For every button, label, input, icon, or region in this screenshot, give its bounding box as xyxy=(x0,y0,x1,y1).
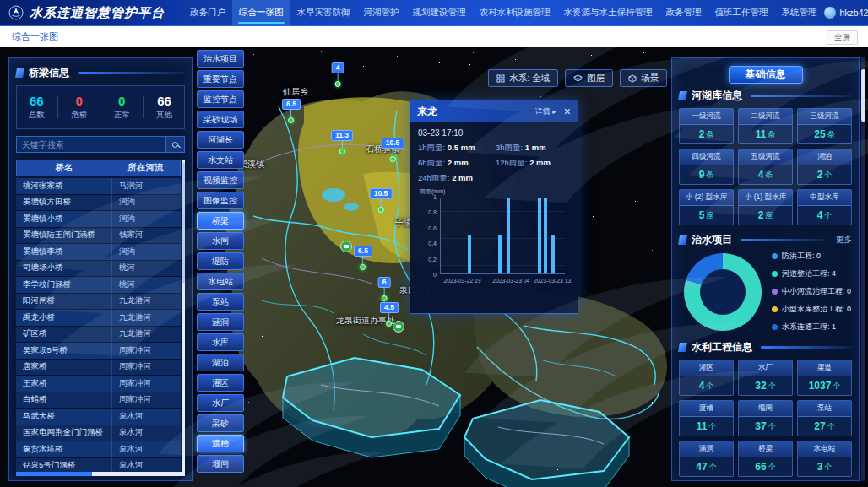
station-marker[interactable]: 6 xyxy=(378,277,391,301)
layer-menu-item-重要节点[interactable]: 重要节点 xyxy=(197,70,244,88)
info-cell-小 (2) 型水库[interactable]: 小 (2) 型水库5座 xyxy=(679,189,734,225)
info-cell-五级河流[interactable]: 五级河流4条 xyxy=(738,149,793,185)
layer-menu-item-监控节点[interactable]: 监控节点 xyxy=(197,90,244,108)
layer-menu-item-渡槽[interactable]: 渡槽 xyxy=(197,435,244,452)
more-link[interactable]: 更多 xyxy=(836,235,852,246)
table-horizontal-scrollbar[interactable] xyxy=(16,472,185,476)
table-row[interactable]: 吴家坝5号桥周家冲河 xyxy=(16,343,181,360)
table-row[interactable]: 禹龙小桥九龙港河 xyxy=(16,310,181,327)
layer-menu-item-泵站[interactable]: 泵站 xyxy=(197,293,244,311)
y-tick-label: 0.6 xyxy=(428,225,437,231)
layer-menu-item-治水项目[interactable]: 治水项目 xyxy=(197,50,244,68)
layer-menu-item-采砂现场[interactable]: 采砂现场 xyxy=(197,111,244,128)
table-row[interactable]: 象贸水塔桥泉水河 xyxy=(16,441,181,458)
scrollbar-thumb[interactable] xyxy=(861,69,865,122)
nav-tab-综合一张图[interactable]: 综合一张图 xyxy=(232,0,290,25)
station-marker[interactable]: 11.3 xyxy=(331,130,353,154)
layer-menu-item-湖泊[interactable]: 湖泊 xyxy=(197,354,244,371)
table-row[interactable]: 唐家桥周家冲河 xyxy=(16,360,181,376)
layer-menu-item-图像监控[interactable]: 图像监控 xyxy=(197,192,244,209)
table-row[interactable]: 白蜡桥周家冲河 xyxy=(16,392,181,409)
rain-bar xyxy=(544,198,547,273)
station-marker[interactable]: 6.5 xyxy=(282,99,301,123)
info-cell-湖泊[interactable]: 湖泊2个 xyxy=(797,149,852,185)
info-cell-渠道[interactable]: 渠道1037个 xyxy=(797,360,852,396)
layer-menu-item-堤防[interactable]: 堤防 xyxy=(197,252,244,270)
info-cell-一级河流[interactable]: 一级河流2条 xyxy=(679,108,734,144)
info-cell-灌区[interactable]: 灌区4个 xyxy=(679,360,734,396)
layer-menu-item-水厂[interactable]: 水厂 xyxy=(197,394,244,412)
layer-menu-item-水文站[interactable]: 水文站 xyxy=(197,151,244,169)
table-row[interactable]: 晏塘镇小桥涧沟 xyxy=(16,211,181,228)
station-marker[interactable]: 10.5 xyxy=(370,188,393,213)
search-icon xyxy=(172,142,178,148)
info-cell-泵站[interactable]: 泵站27个 xyxy=(797,400,852,436)
table-row[interactable]: 马武大桥泉水河 xyxy=(16,409,181,425)
scrollbar-thumb[interactable] xyxy=(182,163,185,283)
info-cell-小 (1) 型水库[interactable]: 小 (1) 型水库2座 xyxy=(738,189,793,225)
scrollbar-thumb[interactable] xyxy=(16,472,92,476)
close-icon[interactable]: × xyxy=(564,106,571,117)
info-cell-二级河流[interactable]: 二级河流11条 xyxy=(738,108,793,144)
table-row[interactable]: 晏塘镇陆王闸门涵桥钱家河 xyxy=(16,228,181,245)
camera-marker-icon[interactable] xyxy=(340,241,352,252)
info-cell-桥梁[interactable]: 桥梁66个 xyxy=(738,441,793,477)
info-cell-水电站[interactable]: 水电站3个 xyxy=(797,441,852,477)
layer-menu-item-河湖长[interactable]: 河湖长 xyxy=(197,131,244,149)
info-cell-渡槽[interactable]: 渡槽11个 xyxy=(679,400,734,436)
nav-tab-值班工作管理[interactable]: 值班工作管理 xyxy=(708,0,775,25)
layer-menu-item-采砂[interactable]: 采砂 xyxy=(197,414,244,432)
nav-tab-水资源与水土保持管理[interactable]: 水资源与水土保持管理 xyxy=(557,0,659,25)
info-cell-水厂[interactable]: 水厂32个 xyxy=(738,360,793,396)
nav-tab-政务管理[interactable]: 政务管理 xyxy=(659,0,708,25)
station-marker[interactable]: 4 xyxy=(332,62,344,87)
layer-menu-item-桥梁[interactable]: 桥梁 xyxy=(197,212,244,230)
table-row[interactable]: 司塘场小桥桃河 xyxy=(16,261,181,278)
camera-marker-icon[interactable] xyxy=(393,321,404,333)
table-row[interactable]: 桃河张家桥马涧河 xyxy=(16,178,181,195)
nav-tab-水旱灾害防御[interactable]: 水旱灾害防御 xyxy=(290,0,357,25)
nav-tab-农村水利设施管理[interactable]: 农村水利设施管理 xyxy=(473,0,557,25)
page-scrollbar[interactable] xyxy=(861,57,865,481)
info-cell-中型水库[interactable]: 中型水库4个 xyxy=(797,189,852,225)
info-cell-堰闸[interactable]: 堰闸37个 xyxy=(738,400,793,436)
station-marker[interactable]: 6.5 xyxy=(354,246,372,270)
table-row[interactable]: 李学校门涵桥桃河 xyxy=(16,277,181,294)
search-button[interactable] xyxy=(166,136,185,153)
y-tick-label: 0.2 xyxy=(428,257,437,262)
table-row[interactable]: 阳河闸桥九龙港河 xyxy=(16,294,181,311)
table-vertical-scrollbar[interactable] xyxy=(182,160,185,475)
table-row[interactable]: 矿区桥九龙港河 xyxy=(16,327,181,344)
layer-menu-item-视频监控[interactable]: 视频监控 xyxy=(197,171,244,189)
water-system-scope-button[interactable]: 水系: 全域 xyxy=(488,69,558,87)
river-cell: 九龙港河 xyxy=(111,310,181,326)
info-cell-三级河流[interactable]: 三级河流25条 xyxy=(797,108,852,144)
river-cell: 涧沟 xyxy=(111,244,181,260)
basic-info-button[interactable]: 基础信息 xyxy=(729,66,803,84)
fullscreen-button[interactable]: 全屏 xyxy=(827,30,858,45)
info-cell-涵洞[interactable]: 涵洞47个 xyxy=(679,441,734,477)
table-row[interactable]: 王家桥周家冲河 xyxy=(16,376,181,392)
layer-menu-item-灌区[interactable]: 灌区 xyxy=(197,374,244,392)
metric-value: 2 mm xyxy=(448,158,469,167)
layer-menu-item-水库[interactable]: 水库 xyxy=(197,333,244,351)
details-link[interactable]: 详情 ▸ xyxy=(535,106,556,117)
nav-tab-规划建设管理[interactable]: 规划建设管理 xyxy=(406,0,473,25)
nav-tab-政务门户[interactable]: 政务门户 xyxy=(183,0,232,25)
nav-tab-系统管理[interactable]: 系统管理 xyxy=(775,0,824,25)
layer-menu-item-涵洞[interactable]: 涵洞 xyxy=(197,313,244,331)
nav-tab-河湖管护[interactable]: 河湖管护 xyxy=(357,0,406,25)
layer-menu-item-水闸[interactable]: 水闸 xyxy=(197,232,244,250)
table-row[interactable]: 晏塘镇李桥涧沟 xyxy=(16,244,181,261)
metric-label: 1h雨量: xyxy=(418,143,448,152)
layer-menu-item-水电站[interactable]: 水电站 xyxy=(197,273,244,290)
search-input[interactable] xyxy=(16,136,166,153)
layers-button[interactable]: 图层 xyxy=(565,69,613,87)
table-row[interactable]: 国家电网荆金门门涵桥泉水河 xyxy=(16,425,181,442)
table-row[interactable]: 晏塘镇方田桥涧沟 xyxy=(16,195,181,212)
info-cell-四级河流[interactable]: 四级河流9条 xyxy=(679,149,734,185)
user-menu[interactable]: hkzb42080201 ▾ xyxy=(824,7,868,19)
layer-menu-item-堰闸[interactable]: 堰闸 xyxy=(197,455,244,473)
station-marker[interactable]: 10.5 xyxy=(382,138,404,162)
scene-button[interactable]: 场景 xyxy=(620,69,667,87)
